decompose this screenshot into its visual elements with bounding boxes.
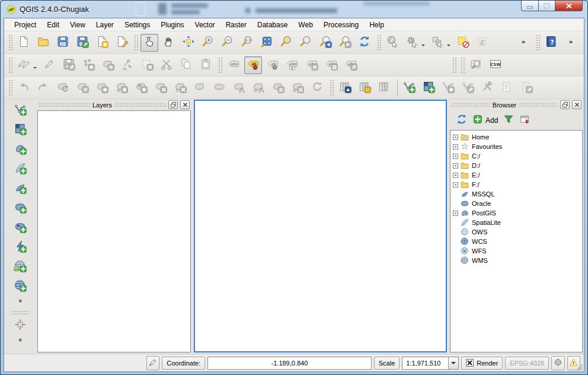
toolbar-drag-handle[interactable] [536,34,541,50]
add-raster-layer-button[interactable] [11,121,29,139]
tree-expander[interactable]: + [453,154,458,159]
metasearch-button[interactable] [467,56,485,74]
browser-item-wfs[interactable]: VWFS [452,246,581,256]
menu-edit[interactable]: Edit [41,19,65,31]
menu-settings[interactable]: Settings [119,19,155,31]
merge-attributes-button[interactable] [289,79,306,97]
composer-manager-button[interactable] [113,34,130,52]
copy-features-button[interactable] [177,56,195,74]
add-oracle-layer-button[interactable] [11,199,29,217]
toggle-editing-button[interactable] [40,56,58,74]
pin-unpin-labels-button[interactable]: ab [244,56,262,74]
scale-combobox[interactable]: 1:1,971,510 [402,357,459,370]
labeling-options-button[interactable]: abc [225,56,242,74]
deselect-features-button[interactable] [454,34,472,52]
new-memory-layer-button[interactable] [459,79,477,97]
browser-item-c-drive[interactable]: +C:/ [452,151,581,161]
paste-style-button[interactable] [517,79,535,97]
new-print-composer-button[interactable] [93,34,111,52]
mouse-position-toggle-button[interactable] [146,356,159,370]
render-checkbox[interactable] [466,359,474,367]
zoom-last-button[interactable] [317,34,334,52]
select-features-button[interactable] [429,34,446,52]
zoom-in-button[interactable]: + [199,34,217,52]
tree-expander[interactable]: + [453,135,458,140]
layers-close-button[interactable] [180,100,190,109]
fill-ring-button[interactable] [132,79,150,97]
toolbar-drag-handle[interactable] [8,80,13,96]
crs-status-button[interactable] [551,356,564,370]
open-project-button[interactable] [34,34,52,52]
new-shapefile-layer-button[interactable] [400,79,418,97]
menu-project[interactable]: Project [9,19,41,31]
save-layer-edits-button[interactable] [60,56,78,74]
delete-part-button[interactable] [171,79,189,97]
split-features-button[interactable] [230,79,248,97]
toolbar-drag-handle[interactable] [8,57,13,73]
layers-list[interactable] [37,110,191,352]
browser-tree[interactable]: +Home+Favourites+C:/+D:/+E:/+F:/MSSQLOra… [450,131,582,352]
delete-selected-button[interactable] [138,56,156,74]
cut-features-button[interactable] [158,56,175,74]
style-manager-button[interactable] [478,79,496,97]
pan-to-selection-button[interactable] [180,34,197,52]
new-raster-layer-button[interactable] [439,79,457,97]
local-histogram-stretch-button[interactable] [336,79,354,97]
simplify-feature-button[interactable] [74,79,91,97]
zoom-to-selection-button[interactable] [297,34,315,52]
coordinate-capture-button[interactable] [11,317,29,335]
attributes-toolbar-overflow-button[interactable]: » [514,34,532,52]
title-bar[interactable]: QGIS 2.4.0-Chugiak [1,1,587,18]
zoom-out-button[interactable]: − [219,34,237,52]
full-histogram-stretch-button[interactable] [356,79,373,97]
tree-expander[interactable]: + [453,144,458,150]
browser-item-wcs[interactable]: WCS [452,237,581,246]
reshape-features-button[interactable] [191,79,209,97]
current-edits-dropdown-arrow[interactable] [33,67,37,71]
move-label-button[interactable]: abc [303,56,321,74]
menu-web[interactable]: Web [293,19,318,31]
help-contents-button[interactable]: ? [542,34,560,52]
add-mssql-layer-button[interactable] [11,180,29,198]
zoom-next-button[interactable] [336,34,354,52]
move-feature-button[interactable] [99,56,117,74]
node-tool-button[interactable] [119,56,136,74]
new-project-button[interactable] [15,34,33,52]
add-wfs-layer-button[interactable] [11,239,29,256]
show-hide-labels-button[interactable]: abc [283,56,301,74]
save-project-button[interactable] [54,34,72,52]
browser-item-oracle[interactable]: Oracle [452,199,581,208]
menu-vector[interactable]: Vector [190,19,220,31]
toolbar-drag-handle[interactable] [461,57,465,73]
add-postgis-layer-button[interactable] [11,141,29,158]
add-spatialite-layer-button[interactable] [11,160,29,178]
zoom-native-button[interactable]: 1:1 [238,34,256,52]
menu-database[interactable]: Database [252,19,293,31]
add-feature-button[interactable] [79,56,97,74]
menu-layer[interactable]: Layer [91,19,119,31]
tree-expander[interactable]: + [453,182,458,188]
redo-button[interactable] [34,79,52,97]
save-project-as-button[interactable] [74,34,91,52]
rotate-point-symbols-button[interactable] [308,79,326,97]
browser-item-mssql[interactable]: MSSQL [452,189,581,199]
toolbar-drag-handle[interactable] [11,310,29,315]
rotate-feature-button[interactable] [54,79,72,97]
merge-features-button[interactable] [269,79,287,97]
help-toolbar-overflow-button[interactable]: » [562,34,580,52]
menu-view[interactable]: View [65,19,91,31]
highlight-pinned-labels-button[interactable]: ab [264,56,282,74]
undo-button[interactable] [15,79,33,97]
browser-item-wms[interactable]: WMS [452,256,581,265]
map-canvas[interactable] [194,100,447,352]
pan-map-button[interactable] [160,34,178,52]
toolbar-drag-handle[interactable] [8,34,13,50]
browser-item-d-drive[interactable]: +D:/ [452,161,581,170]
plugins-toolbar-overflow-button[interactable]: » [11,336,29,346]
menu-raster[interactable]: Raster [220,19,252,31]
browser-item-e-drive[interactable]: +E:/ [452,170,581,180]
run-feature-action-button[interactable] [403,34,421,52]
browser-float-button[interactable] [560,100,570,109]
browser-item-f-drive[interactable]: +F:/ [452,180,581,189]
add-ring-button[interactable] [93,79,111,97]
